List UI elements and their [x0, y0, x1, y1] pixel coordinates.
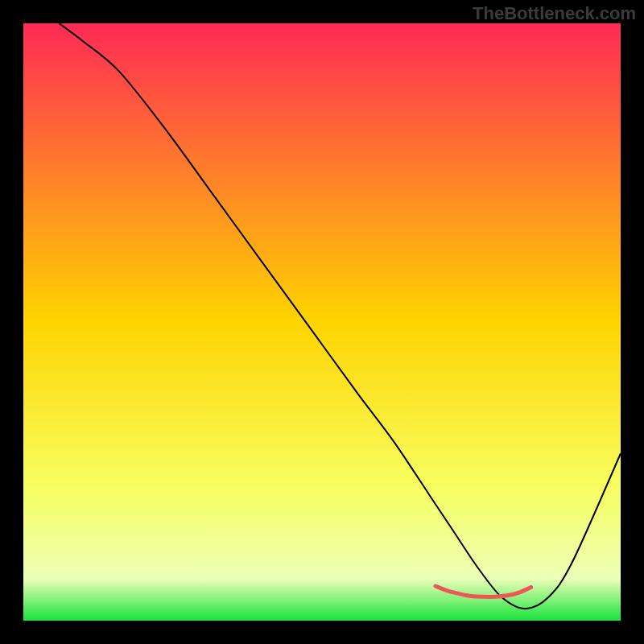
plot-background	[23, 23, 621, 621]
bottleneck-chart	[0, 0, 644, 644]
watermark-text: TheBottleneck.com	[473, 3, 636, 24]
chart-container: TheBottleneck.com	[0, 0, 644, 644]
